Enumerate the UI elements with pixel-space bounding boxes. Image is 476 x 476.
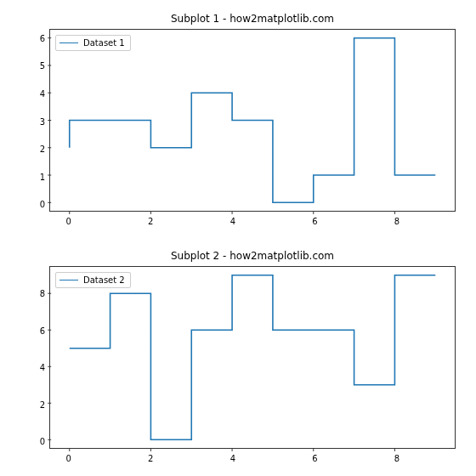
legend-swatch: [60, 280, 78, 280]
subplot-1-title: Subplot 1 - how2matplotlib.com: [49, 13, 456, 25]
xtick-label: 0: [66, 454, 71, 463]
xtick-label: 8: [394, 217, 400, 226]
ytick-label: 2: [40, 400, 50, 409]
xtick-label: 4: [230, 454, 235, 463]
data-line: [70, 275, 436, 440]
subplot-1-legend: Dataset 1: [55, 35, 131, 51]
legend-label: Dataset 1: [83, 38, 125, 48]
xtick-label: 6: [312, 217, 317, 226]
xtick-label: 6: [312, 454, 317, 463]
xtick-label: 2: [148, 454, 153, 463]
ytick-label: 4: [40, 363, 50, 372]
ytick-label: 0: [40, 437, 50, 446]
subplot-2-legend: Dataset 2: [55, 272, 131, 288]
data-line: [70, 38, 436, 203]
subplot-2-axes: Dataset 2 0246802468: [49, 266, 456, 449]
ytick-label: 0: [40, 200, 50, 209]
legend-swatch: [60, 42, 78, 43]
subplot-2-title: Subplot 2 - how2matplotlib.com: [49, 250, 456, 262]
ytick-label: 8: [40, 289, 50, 298]
subplot-2-svg: [50, 267, 455, 448]
xtick-label: 8: [394, 454, 400, 463]
ytick-label: 1: [40, 172, 50, 181]
subplot-1-svg: [50, 30, 455, 211]
figure: Subplot 1 - how2matplotlib.com Dataset 1…: [0, 0, 476, 476]
subplot-1-axes: Dataset 1 024680123456: [49, 29, 456, 212]
ytick-label: 3: [40, 116, 50, 126]
xtick-label: 4: [230, 217, 235, 226]
xtick-label: 2: [148, 217, 153, 226]
xtick-label: 0: [66, 217, 71, 226]
legend-label: Dataset 2: [83, 275, 125, 285]
ytick-label: 6: [40, 326, 50, 335]
ytick-label: 6: [40, 33, 50, 42]
ytick-label: 4: [40, 88, 50, 98]
ytick-label: 5: [40, 61, 50, 71]
ytick-label: 2: [40, 144, 50, 154]
